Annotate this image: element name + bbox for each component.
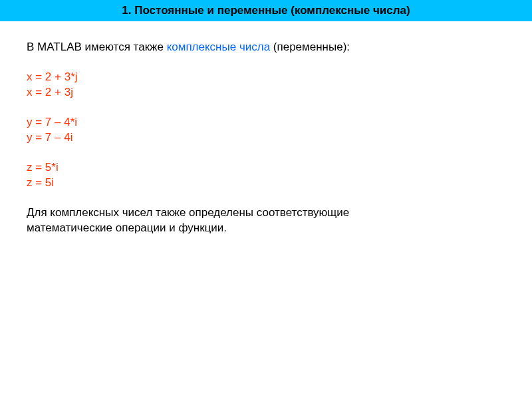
code-line: x = 2 + 3j bbox=[27, 85, 505, 100]
code-group-x: x = 2 + 3*j x = 2 + 3j bbox=[27, 70, 505, 100]
code-line: y = 7 – 4*i bbox=[27, 115, 505, 130]
intro-part2: (переменные): bbox=[270, 41, 350, 53]
code-group-z: z = 5*i z = 5i bbox=[27, 160, 505, 191]
code-line: z = 5i bbox=[27, 176, 505, 191]
code-line: z = 5*i bbox=[27, 160, 505, 176]
footer-text: Для комплексных чисел также определены с… bbox=[27, 205, 505, 236]
slide-title: 1. Постоянные и переменные (комплексные … bbox=[122, 4, 410, 17]
code-group-y: y = 7 – 4*i y = 7 – 4i bbox=[27, 115, 505, 146]
intro-line: В MATLAB имеются также комплексные числа… bbox=[27, 40, 505, 55]
intro-part1: В MATLAB имеются также bbox=[27, 41, 167, 53]
intro-highlight: комплексные числа bbox=[167, 41, 271, 53]
footer-line2: математические операции и функции. bbox=[27, 221, 505, 236]
slide: 1. Постоянные и переменные (комплексные … bbox=[0, 0, 532, 399]
slide-title-bar: 1. Постоянные и переменные (комплексные … bbox=[0, 0, 532, 21]
slide-content: В MATLAB имеются также комплексные числа… bbox=[0, 21, 532, 249]
code-line: x = 2 + 3*j bbox=[27, 70, 505, 85]
footer-line1: Для комплексных чисел также определены с… bbox=[27, 205, 505, 221]
code-line: y = 7 – 4i bbox=[27, 130, 505, 146]
